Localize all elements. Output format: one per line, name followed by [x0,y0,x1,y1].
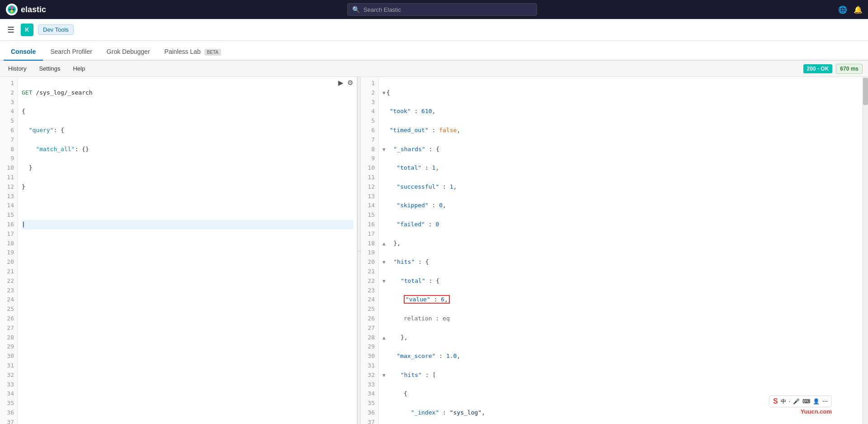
search-bar-wrapper: 🔍 Search Elastic [52,3,833,16]
svg-point-2 [10,6,13,9]
topbar-right: 🌐 🔔 [838,5,863,14]
output-viewer: ▼{ "took" : 610, "timed_out" : false, ▼ … [379,77,863,424]
tab-grok-debugger[interactable]: Grok Debugger [99,43,157,61]
status-badge-area: 200 - OK 670 ms [803,64,863,74]
elastic-logo[interactable]: elastic [5,3,46,16]
main-area: 12345 678910 1112131415 1617181920 21222… [0,77,868,424]
globe-icon[interactable]: 🌐 [838,5,847,14]
run-button[interactable]: ▶ [338,79,344,87]
output-panel: 12345 678910 1112131415 1617181920 21222… [361,77,868,424]
topbar: elastic 🔍 Search Elastic 🌐 🔔 [0,0,868,19]
help-button[interactable]: Help [70,63,88,74]
search-bar-text: Search Elastic [363,6,401,13]
bell-icon[interactable]: 🔔 [854,5,863,14]
settings-button[interactable]: Settings [36,63,63,74]
output-line-numbers: 12345 678910 1112131415 1617181920 21222… [361,77,379,424]
svg-point-5 [13,9,15,10]
editor-line-numbers: 12345 678910 1112131415 1617181920 21222… [0,77,18,424]
tab-search-profiler[interactable]: Search Profiler [43,43,99,61]
code-editor[interactable]: GET /sys_log/_search { "query": { "match… [18,77,357,424]
hamburger-button[interactable]: ☰ [5,23,16,37]
elastic-logo-text: elastic [21,5,46,14]
app-icon: K [21,24,33,36]
history-button[interactable]: History [5,63,29,74]
svg-point-4 [9,9,11,10]
highlighted-value: "value" : 6, [404,295,450,304]
tab-console[interactable]: Console [4,43,43,61]
search-bar[interactable]: 🔍 Search Elastic [347,3,537,16]
dev-tools-badge[interactable]: Dev Tools [38,24,74,35]
tools-button[interactable]: ⚙ [347,79,353,87]
editor-content: 12345 678910 1112131415 1617181920 21222… [0,77,357,424]
elastic-logo-icon [5,3,18,16]
search-icon: 🔍 [352,6,360,13]
toolbar-row: History Settings Help 200 - OK 670 ms [0,61,868,77]
beta-badge: BETA [204,49,221,56]
editor-panel: 12345 678910 1112131415 1617181920 21222… [0,77,357,424]
ms-badge: 670 ms [836,64,863,74]
tab-painless-lab[interactable]: Painless Lab BETA [157,43,228,61]
svg-point-3 [10,10,13,13]
output-scrollbar[interactable] [863,77,868,424]
tabbar: Console Search Profiler Grok Debugger Pa… [0,41,868,61]
ok-badge: 200 - OK [803,64,833,73]
panel-resizer[interactable]: ⋮ [357,77,361,424]
secondbar: ☰ K Dev Tools [0,19,868,41]
editor-actions: ▶ ⚙ [338,79,353,87]
scrollbar-thumb[interactable] [863,78,868,105]
